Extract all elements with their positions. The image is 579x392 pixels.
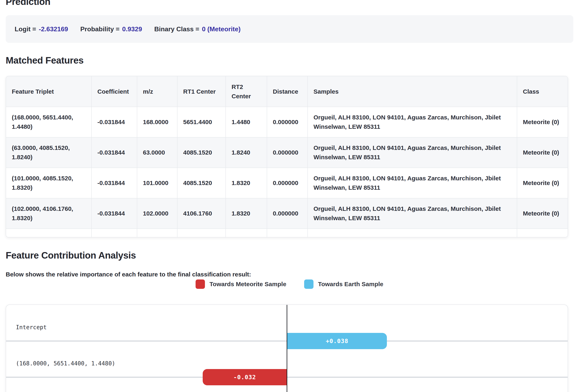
cell-rt1-center: 5651.4400 — [177, 107, 226, 137]
col-header-coefficient: Coefficient — [91, 76, 137, 107]
table-row: (63.0000, 4085.1520, 1.8240) -0.031844 6… — [6, 137, 568, 168]
cell-coefficient: -0.031844 — [91, 168, 137, 198]
cell-distance: 0.000000 — [267, 198, 308, 229]
cell-rt1-center: 4106.1760 — [177, 198, 226, 229]
cell-mz: 168.0000 — [137, 107, 177, 137]
cell-samples — [308, 229, 517, 237]
earth-color-swatch — [304, 280, 313, 289]
table-row: (102.0000, 4106.1760, 1.8320) -0.031844 … — [6, 198, 568, 229]
table-row-partial — [6, 229, 568, 237]
matched-features-table[interactable]: Feature Triplet Coefficient m/z RT1 Cent… — [6, 76, 568, 237]
cell-rt2-center: 1.8240 — [226, 137, 267, 168]
probability-value: 0.9329 — [122, 25, 142, 33]
col-header-feature-triplet: Feature Triplet — [6, 76, 91, 107]
table-row: (168.0000, 5651.4400, 1.4480) -0.031844 … — [6, 107, 568, 137]
cell-class: Meteorite (0) — [517, 198, 568, 229]
logit-label: Logit = — [15, 25, 36, 33]
contribution-chart: Intercept +0.038 (168.0000, 5651.4400, 1… — [6, 304, 568, 392]
cell-coefficient — [91, 229, 137, 237]
cell-distance: 0.000000 — [267, 137, 308, 168]
col-header-class: Class — [517, 76, 568, 107]
earth-legend-label: Towards Earth Sample — [318, 281, 383, 288]
contribution-heading: Feature Contribution Analysis — [6, 250, 573, 261]
cell-coefficient: -0.031844 — [91, 198, 137, 229]
chart-row-label: (168.0000, 5651.4400, 1.4480) — [16, 360, 115, 367]
contribution-subtitle: Below shows the relative importance of e… — [6, 270, 573, 279]
binary-class-value: 0 (Meteorite) — [202, 25, 240, 33]
prediction-summary-box: Logit = -2.632169 Probability = 0.9329 B… — [6, 15, 573, 43]
cell-feature-triplet: (63.0000, 4085.1520, 1.8240) — [6, 137, 91, 168]
chart-bar: +0.038 — [287, 333, 387, 349]
cell-mz — [137, 229, 177, 237]
chart-bar: -0.032 — [203, 369, 287, 385]
cell-samples: Orgueil, ALH 83100, LON 94101, Aguas Zar… — [308, 137, 517, 168]
col-header-samples: Samples — [308, 76, 517, 107]
chart-legend: Towards Meteorite Sample Towards Earth S… — [6, 280, 573, 289]
probability-label: Probability = — [80, 25, 120, 33]
binary-class-label: Binary Class = — [154, 25, 199, 33]
cell-rt1-center: 4085.1520 — [177, 137, 226, 168]
cell-rt1-center — [177, 229, 226, 237]
col-header-mz: m/z — [137, 76, 177, 107]
cell-class: Meteorite (0) — [517, 168, 568, 198]
cell-mz: 101.0000 — [137, 168, 177, 198]
meteorite-legend-label: Towards Meteorite Sample — [209, 281, 286, 288]
app-page: Prediction Logit = -2.632169 Probability… — [0, 0, 579, 392]
table-header-row: Feature Triplet Coefficient m/z RT1 Cent… — [6, 76, 568, 107]
cell-rt1-center: 4085.1520 — [177, 168, 226, 198]
chart-zero-axis — [287, 305, 287, 392]
chart-bar-value: +0.038 — [326, 337, 349, 344]
chart-bar-value: -0.032 — [233, 374, 256, 381]
cell-mz: 102.0000 — [137, 198, 177, 229]
cell-rt2-center: 1.8320 — [226, 198, 267, 229]
cell-coefficient: -0.031844 — [91, 107, 137, 137]
cell-distance: 0.000000 — [267, 168, 308, 198]
meteorite-color-swatch — [196, 280, 205, 289]
cell-distance: 0.000000 — [267, 107, 308, 137]
cell-feature-triplet: (101.0000, 4085.1520, 1.8320) — [6, 168, 91, 198]
cell-feature-triplet: (168.0000, 5651.4400, 1.4480) — [6, 107, 91, 137]
cell-samples: Orgueil, ALH 83100, LON 94101, Aguas Zar… — [308, 107, 517, 137]
cell-distance — [267, 229, 308, 237]
col-header-rt1-center: RT1 Center — [177, 76, 226, 107]
probability-stat: Probability = 0.9329 — [80, 25, 142, 33]
chart-row-label: Intercept — [16, 324, 47, 331]
cell-samples: Orgueil, ALH 83100, LON 94101, Aguas Zar… — [308, 168, 517, 198]
cell-rt2-center: 1.8320 — [226, 168, 267, 198]
matched-features-heading: Matched Features — [6, 55, 573, 66]
col-header-rt2-center: RT2 Center — [226, 76, 267, 107]
cell-class: Meteorite (0) — [517, 107, 568, 137]
logit-value: -2.632169 — [39, 25, 68, 33]
logit-stat: Logit = -2.632169 — [15, 25, 68, 33]
features-table: Feature Triplet Coefficient m/z RT1 Cent… — [6, 76, 568, 237]
col-header-distance: Distance — [267, 76, 308, 107]
cell-rt2-center — [226, 229, 267, 237]
cell-samples: Orgueil, ALH 83100, LON 94101, Aguas Zar… — [308, 198, 517, 229]
cell-coefficient: -0.031844 — [91, 137, 137, 168]
prediction-heading: Prediction — [6, 0, 573, 7]
cell-class — [517, 229, 568, 237]
cell-class: Meteorite (0) — [517, 137, 568, 168]
binary-class-stat: Binary Class = 0 (Meteorite) — [154, 25, 241, 33]
cell-mz: 63.0000 — [137, 137, 177, 168]
legend-item-earth: Towards Earth Sample — [304, 280, 383, 289]
table-row: (101.0000, 4085.1520, 1.8320) -0.031844 … — [6, 168, 568, 198]
cell-rt2-center: 1.4480 — [226, 107, 267, 137]
legend-item-meteorite: Towards Meteorite Sample — [196, 280, 286, 289]
cell-feature-triplet: (102.0000, 4106.1760, 1.8320) — [6, 198, 91, 229]
cell-feature-triplet — [6, 229, 91, 237]
